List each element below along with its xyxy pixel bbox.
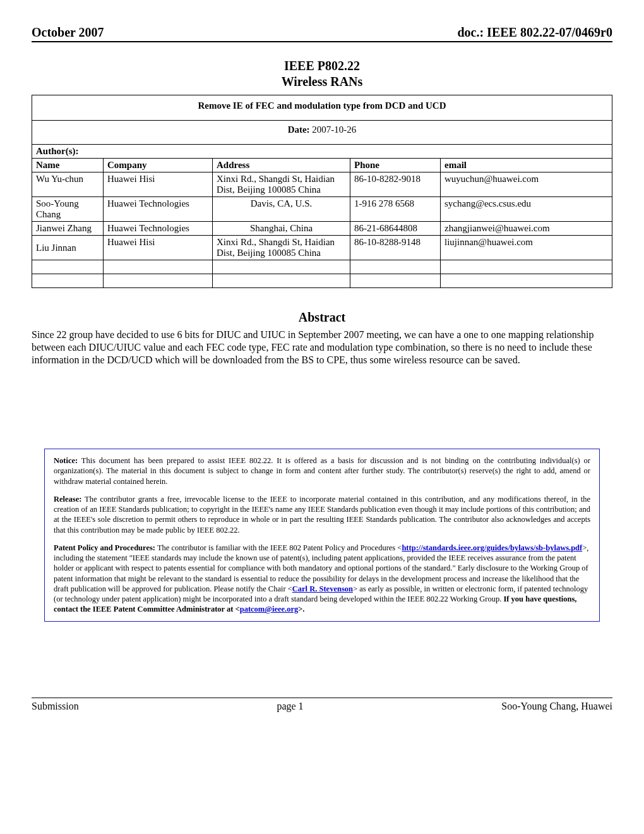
author-company: Huawei Hisi: [104, 236, 213, 260]
footer-left: Submission: [32, 701, 79, 712]
document-info-table: Remove IE of FEC and modulation type fro…: [32, 95, 612, 288]
authors-label-text: Author(s):: [36, 146, 79, 156]
document-title: Remove IE of FEC and modulation type fro…: [32, 95, 612, 121]
heading-line-2: Wireless RANs: [32, 74, 612, 90]
author-phone: 1-916 278 6568: [350, 197, 441, 222]
release-text: The contributor grants a free, irrevocab…: [54, 495, 590, 535]
author-email: sychang@ecs.csus.edu: [441, 197, 612, 222]
page-footer: Submission page 1 Soo-Young Chang, Huawe…: [32, 698, 612, 712]
col-phone: Phone: [350, 159, 441, 172]
author-phone: 86-10-8288-9148: [350, 236, 441, 260]
header-docid: doc.: IEEE 802.22-07/0469r0: [457, 25, 612, 40]
author-company: Huawei Technologies: [104, 222, 213, 236]
notice-box: Notice: This document has been prepared …: [44, 449, 600, 622]
author-name: Liu Jinnan: [32, 236, 104, 260]
author-address: Shanghai, China: [213, 222, 350, 236]
release-label: Release:: [54, 495, 81, 504]
col-email: email: [441, 159, 612, 172]
heading-line-1: IEEE P802.22: [32, 58, 612, 74]
notice-paragraph: Notice: This document has been prepared …: [54, 456, 590, 486]
page-header: October 2007 doc.: IEEE 802.22-07/0469r0: [32, 25, 612, 42]
author-email: wuyuchun@huawei.com: [441, 172, 612, 197]
author-address: Xinxi Rd., Shangdi St, Haidian Dist, Bei…: [213, 236, 350, 260]
col-company: Company: [104, 159, 213, 172]
col-name: Name: [32, 159, 104, 172]
authors-header-row: Name Company Address Phone email: [32, 159, 612, 172]
author-row: Wu Yu-chun Huawei Hisi Xinxi Rd., Shangd…: [32, 172, 612, 197]
author-name: Wu Yu-chun: [32, 172, 104, 197]
date-value: 2007-10-26: [312, 124, 356, 135]
patent-label: Patent Policy and Procedures:: [54, 543, 155, 552]
author-row: Jianwei Zhang Huawei Technologies Shangh…: [32, 222, 612, 236]
author-row: Liu Jinnan Huawei Hisi Xinxi Rd., Shangd…: [32, 236, 612, 260]
author-phone: 86-10-8282-9018: [350, 172, 441, 197]
patent-link-bylaws[interactable]: http://standards.ieee.org/guides/bylaws/…: [402, 543, 582, 552]
author-name: Jianwei Zhang: [32, 222, 104, 236]
release-paragraph: Release: The contributor grants a free, …: [54, 494, 590, 535]
standard-heading: IEEE P802.22 Wireless RANs: [32, 58, 612, 90]
patent-pre: The contributor is familiar with the IEE…: [155, 543, 402, 552]
author-name: Soo-Young Chang: [32, 197, 104, 222]
patent-tail-post: >.: [298, 605, 304, 613]
abstract-text: Since 22 group have decided to use 6 bit…: [32, 329, 612, 366]
patent-link-chair[interactable]: Carl R. Stevenson: [292, 584, 353, 593]
patent-link-patcom[interactable]: patcom@ieee.org: [240, 605, 299, 613]
author-address: Davis, CA, U.S.: [213, 197, 350, 222]
author-company: Huawei Technologies: [104, 197, 213, 222]
date-label: Date:: [288, 124, 310, 135]
patent-paragraph: Patent Policy and Procedures: The contri…: [54, 543, 590, 615]
notice-text: This document has been prepared to assis…: [54, 456, 590, 486]
col-address: Address: [213, 159, 350, 172]
author-email: liujinnan@huawei.com: [441, 236, 612, 260]
abstract-heading: Abstract: [32, 310, 612, 325]
author-row: Soo-Young Chang Huawei Technologies Davi…: [32, 197, 612, 222]
author-company: Huawei Hisi: [104, 172, 213, 197]
author-phone: 86-21-68644808: [350, 222, 441, 236]
author-email: zhangjianwei@huawei.com: [441, 222, 612, 236]
authors-label: Author(s):: [32, 145, 612, 159]
author-row-empty: [32, 274, 612, 288]
footer-right: Soo-Young Chang, Huawei: [501, 701, 612, 712]
document-date-row: Date: 2007-10-26: [32, 121, 612, 145]
footer-center: page 1: [277, 701, 303, 712]
author-address: Xinxi Rd., Shangdi St, Haidian Dist, Bei…: [213, 172, 350, 197]
author-row-empty: [32, 260, 612, 274]
header-date: October 2007: [32, 25, 104, 40]
notice-label: Notice:: [54, 456, 78, 465]
